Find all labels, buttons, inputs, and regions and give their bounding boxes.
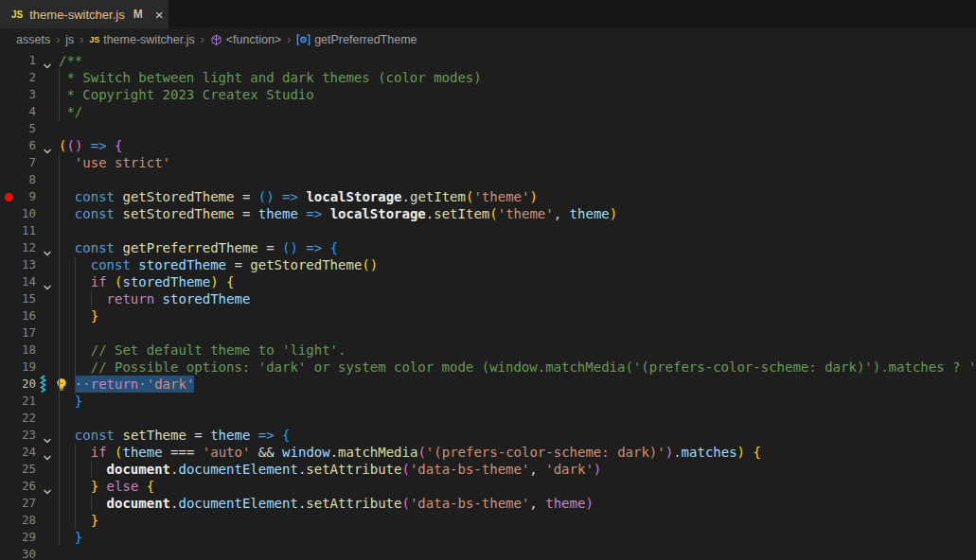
line-number[interactable]: 20	[0, 376, 36, 393]
code-text: document.documentElement.setAttribute('d…	[59, 461, 601, 478]
breadcrumb-item-getpreferredtheme[interactable]: getPreferredTheme	[296, 33, 417, 46]
code-line-8[interactable]: 8	[0, 171, 976, 188]
code-line-27[interactable]: 27 document.documentElement.setAttribute…	[0, 495, 976, 512]
line-number[interactable]: 28	[0, 512, 36, 529]
code-line-15[interactable]: 15 return storedTheme	[0, 290, 976, 307]
tab-bar: JS theme-switcher.js M ×	[0, 0, 976, 28]
line-number[interactable]: 21	[0, 393, 36, 410]
breadcrumb-item-themeswitcherjs[interactable]: JStheme-switcher.js	[89, 33, 195, 46]
code-text: }	[59, 529, 82, 546]
line-number[interactable]: 4	[0, 103, 36, 120]
breadcrumb-label: assets	[16, 33, 50, 46]
code-text: * Switch between light and dark themes (…	[59, 69, 482, 86]
code-line-22[interactable]: 22	[0, 410, 976, 427]
indent-guide	[91, 461, 92, 478]
code-line-12[interactable]: 12 const getPreferredTheme = () => {	[0, 239, 976, 256]
code-text: const setStoredTheme = theme => localSto…	[59, 205, 617, 222]
symbol-function-icon	[210, 34, 222, 46]
indent-guide	[59, 154, 60, 546]
line-number[interactable]: 3	[0, 86, 36, 103]
code-text: if (theme === 'auto' && window.matchMedi…	[59, 444, 761, 461]
code-text: const getPreferredTheme = () => {	[59, 239, 338, 256]
line-number[interactable]: 15	[0, 290, 36, 307]
code-line-23[interactable]: 23 const setTheme = theme => {	[0, 427, 976, 444]
line-number[interactable]: 1	[0, 52, 36, 69]
code-line-28[interactable]: 28 }	[0, 512, 976, 529]
line-number[interactable]: 16	[0, 307, 36, 324]
code-line-19[interactable]: 19 // Possible options: 'dark' or system…	[0, 359, 976, 376]
breadcrumb-separator-icon: ›	[56, 33, 60, 46]
line-number[interactable]: 18	[0, 341, 36, 359]
code-text: if (storedTheme) {	[59, 273, 234, 290]
code-text: /**	[59, 52, 82, 69]
breadcrumb: assets›js›JStheme-switcher.js›<function>…	[0, 28, 976, 51]
line-number[interactable]: 29	[0, 529, 36, 546]
line-number[interactable]: 27	[0, 495, 36, 512]
line-number[interactable]: 6	[0, 137, 36, 154]
code-line-30[interactable]: 30	[0, 546, 976, 560]
line-number[interactable]: 9	[0, 188, 36, 205]
code-line-7[interactable]: 7 'use strict'	[0, 154, 976, 171]
code-text: const setTheme = theme => {	[59, 427, 291, 444]
breadcrumb-item-function[interactable]: <function>	[210, 33, 281, 46]
symbol-method-icon	[296, 34, 311, 45]
modified-line-gutter-icon	[40, 376, 47, 393]
code-line-21[interactable]: 21 }	[0, 393, 976, 410]
line-number[interactable]: 13	[0, 256, 36, 273]
line-number[interactable]: 14	[0, 273, 36, 290]
code-line-4[interactable]: 4 */	[0, 103, 976, 120]
code-line-1[interactable]: 1/**	[0, 52, 976, 69]
code-text: } else {	[59, 478, 154, 495]
line-number[interactable]: 30	[0, 546, 36, 560]
code-line-20[interactable]: 20 ··return·'dark'	[0, 376, 976, 393]
code-text: // Possible options: 'dark' or system co…	[59, 359, 976, 376]
line-number[interactable]: 26	[0, 478, 36, 495]
code-line-11[interactable]: 11	[0, 222, 976, 239]
code-text: // Set default theme to 'light'.	[59, 341, 346, 359]
code-line-16[interactable]: 16 }	[0, 307, 976, 324]
breadcrumb-item-assets[interactable]: assets	[16, 33, 50, 46]
line-number[interactable]: 8	[0, 171, 36, 188]
line-number[interactable]: 7	[0, 154, 36, 171]
code-text: 'use strict'	[59, 154, 170, 171]
code-line-2[interactable]: 2 * Switch between light and dark themes…	[0, 69, 976, 86]
breadcrumb-item-js[interactable]: js	[65, 33, 74, 46]
code-line-13[interactable]: 13 const storedTheme = getStoredTheme()	[0, 256, 976, 273]
tab-theme-switcher[interactable]: JS theme-switcher.js M ×	[0, 0, 169, 28]
code-line-14[interactable]: 14 if (storedTheme) {	[0, 273, 976, 290]
code-line-9[interactable]: 9 const getStoredTheme = () => localStor…	[0, 188, 976, 205]
code-text: */	[59, 103, 82, 120]
code-line-24[interactable]: 24 if (theme === 'auto' && window.matchM…	[0, 444, 976, 461]
line-number[interactable]: 2	[0, 69, 36, 86]
line-number[interactable]: 25	[0, 461, 36, 478]
code-line-17[interactable]: 17	[0, 324, 976, 341]
line-number[interactable]: 5	[0, 120, 36, 137]
code-line-5[interactable]: 5	[0, 120, 976, 137]
code-line-29[interactable]: 29 }	[0, 529, 976, 546]
line-number[interactable]: 17	[0, 324, 36, 341]
indent-guide	[91, 495, 92, 512]
line-number[interactable]: 11	[0, 222, 36, 239]
line-number[interactable]: 24	[0, 444, 36, 461]
indent-guide	[75, 256, 76, 393]
line-number[interactable]: 10	[0, 205, 36, 222]
code-line-3[interactable]: 3 * Copyright 2023 Createx Studio	[0, 86, 976, 103]
breadcrumb-separator-icon: ›	[201, 33, 204, 46]
editor-window: JS theme-switcher.js M × assets›js›JSthe…	[0, 0, 976, 560]
close-icon[interactable]: ×	[155, 8, 164, 22]
code-text: * Copyright 2023 Createx Studio	[59, 86, 314, 103]
code-line-18[interactable]: 18 // Set default theme to 'light'.	[0, 341, 976, 359]
code-line-26[interactable]: 26 } else {	[0, 478, 976, 495]
code-editor[interactable]: 1/**2 * Switch between light and dark th…	[0, 51, 976, 560]
breadcrumb-separator-icon: ›	[80, 33, 83, 46]
tab-title: theme-switcher.js	[29, 8, 124, 22]
line-number[interactable]: 19	[0, 359, 36, 376]
code-line-6[interactable]: 6(() => {	[0, 137, 976, 154]
breadcrumb-separator-icon: ›	[287, 33, 291, 46]
code-line-25[interactable]: 25 document.documentElement.setAttribute…	[0, 461, 976, 478]
line-number[interactable]: 22	[0, 410, 36, 427]
breadcrumb-label: <function>	[226, 33, 281, 46]
line-number[interactable]: 23	[0, 427, 36, 444]
code-line-10[interactable]: 10 const setStoredTheme = theme => local…	[0, 205, 976, 222]
line-number[interactable]: 12	[0, 239, 36, 256]
